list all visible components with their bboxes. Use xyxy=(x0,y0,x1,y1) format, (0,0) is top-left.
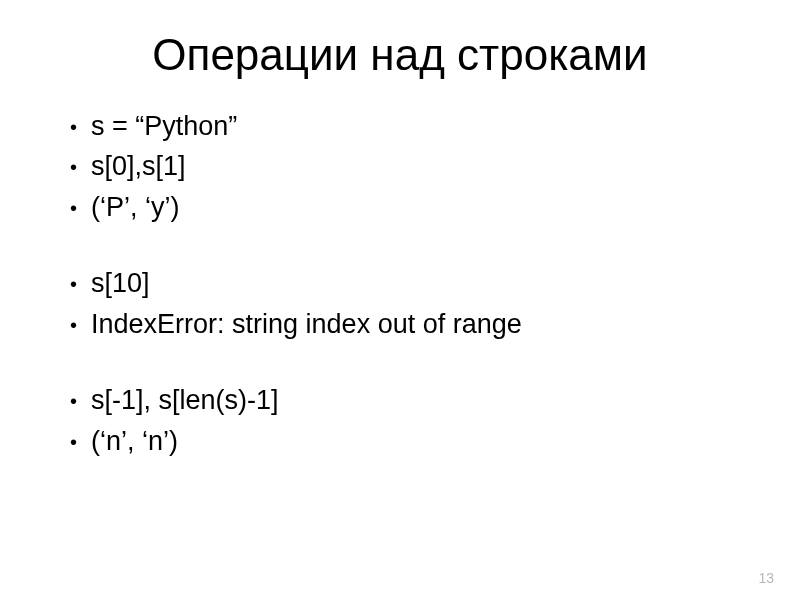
spacer xyxy=(70,229,750,265)
bullet-marker-icon: • xyxy=(70,429,77,456)
bullet-item: • (‘P’, ‘y’) xyxy=(70,189,750,225)
spacer xyxy=(70,346,750,382)
slide-title: Операции над строками xyxy=(50,30,750,80)
bullet-item: • s[0],s[1] xyxy=(70,148,750,184)
bullet-marker-icon: • xyxy=(70,312,77,339)
bullet-item: • s[10] xyxy=(70,265,750,301)
page-number: 13 xyxy=(758,570,774,586)
bullet-text: s[-1], s[len(s)-1] xyxy=(91,382,279,418)
bullet-text: IndexError: string index out of range xyxy=(91,306,522,342)
bullet-text: s[0],s[1] xyxy=(91,148,186,184)
bullet-text: s = “Python” xyxy=(91,108,237,144)
bullet-marker-icon: • xyxy=(70,271,77,298)
slide-container: Операции над строками • s = “Python” • s… xyxy=(0,0,800,600)
bullet-text: s[10] xyxy=(91,265,150,301)
bullet-text: (‘P’, ‘y’) xyxy=(91,189,180,225)
bullet-item: • s = “Python” xyxy=(70,108,750,144)
bullet-text: (‘n’, ‘n’) xyxy=(91,423,178,459)
bullet-marker-icon: • xyxy=(70,388,77,415)
bullet-marker-icon: • xyxy=(70,114,77,141)
bullet-marker-icon: • xyxy=(70,154,77,181)
bullet-item: • (‘n’, ‘n’) xyxy=(70,423,750,459)
bullet-marker-icon: • xyxy=(70,195,77,222)
bullet-item: • s[-1], s[len(s)-1] xyxy=(70,382,750,418)
bullet-item: • IndexError: string index out of range xyxy=(70,306,750,342)
slide-content: • s = “Python” • s[0],s[1] • (‘P’, ‘y’) … xyxy=(50,108,750,459)
